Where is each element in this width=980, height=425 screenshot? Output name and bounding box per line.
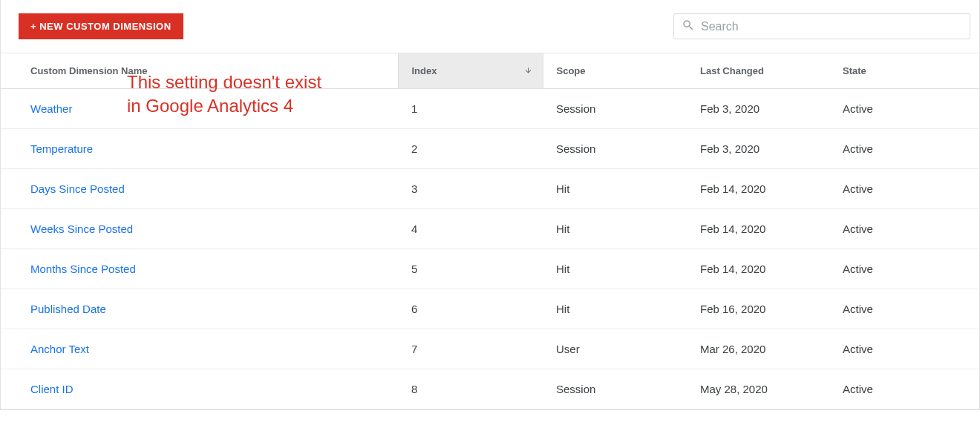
dimension-state: Active <box>840 169 979 209</box>
dimension-index: 7 <box>398 329 543 369</box>
dimension-scope: Hit <box>543 209 691 249</box>
column-header-state[interactable]: State <box>840 53 979 89</box>
dimension-state: Active <box>840 89 979 129</box>
table-row: Weeks Since Posted4HitFeb 14, 2020Active <box>1 209 979 249</box>
dimension-last-changed: Feb 3, 2020 <box>691 89 840 129</box>
dimension-name-link[interactable]: Months Since Posted <box>30 263 136 275</box>
table-row: Published Date6HitFeb 16, 2020Active <box>1 289 979 329</box>
dimension-state: Active <box>840 249 979 289</box>
search-input[interactable] <box>701 20 962 33</box>
column-header-index[interactable]: Index <box>398 53 543 89</box>
table-row: Weather1SessionFeb 3, 2020Active <box>1 89 979 129</box>
dimension-index: 4 <box>398 209 543 249</box>
dimension-last-changed: Feb 14, 2020 <box>691 169 840 209</box>
dimension-state: Active <box>840 209 979 249</box>
dimension-name-link[interactable]: Published Date <box>30 303 106 315</box>
sort-descending-icon <box>524 65 532 76</box>
table-row: Temperature2SessionFeb 3, 2020Active <box>1 129 979 169</box>
dimension-scope: Session <box>543 369 691 409</box>
search-field[interactable] <box>673 13 970 39</box>
dimension-index: 6 <box>398 289 543 329</box>
custom-dimensions-panel: + NEW CUSTOM DIMENSION Custom Dimension … <box>0 0 980 410</box>
dimension-scope: User <box>543 329 691 369</box>
dimension-name-link[interactable]: Anchor Text <box>30 343 89 355</box>
column-header-scope[interactable]: Scope <box>543 53 691 89</box>
dimension-state: Active <box>840 129 979 169</box>
dimension-last-changed: Feb 14, 2020 <box>691 209 840 249</box>
table-row: Anchor Text7UserMar 26, 2020Active <box>1 329 979 369</box>
dimension-scope: Session <box>543 89 691 129</box>
toolbar: + NEW CUSTOM DIMENSION <box>1 0 979 53</box>
table-row: Client ID8SessionMay 28, 2020Active <box>1 369 979 409</box>
dimension-last-changed: May 28, 2020 <box>691 369 840 409</box>
dimension-index: 8 <box>398 369 543 409</box>
dimension-last-changed: Feb 3, 2020 <box>691 129 840 169</box>
column-header-last-changed[interactable]: Last Changed <box>691 53 840 89</box>
column-header-name[interactable]: Custom Dimension Name <box>1 53 398 89</box>
dimension-name-link[interactable]: Days Since Posted <box>30 182 125 195</box>
dimension-name-link[interactable]: Temperature <box>30 142 93 155</box>
dimension-index: 3 <box>398 169 543 209</box>
table-row: Days Since Posted3HitFeb 14, 2020Active <box>1 169 979 209</box>
dimension-state: Active <box>840 369 979 409</box>
custom-dimensions-table: Custom Dimension Name Index Scope Last C… <box>1 53 979 409</box>
dimension-scope: Session <box>543 129 691 169</box>
dimension-name-link[interactable]: Weather <box>30 102 72 115</box>
column-header-index-label: Index <box>412 65 437 76</box>
dimension-last-changed: Feb 16, 2020 <box>691 289 840 329</box>
dimension-state: Active <box>840 329 979 369</box>
dimension-index: 2 <box>398 129 543 169</box>
search-icon <box>682 19 701 34</box>
dimension-last-changed: Feb 14, 2020 <box>691 249 840 289</box>
new-custom-dimension-button[interactable]: + NEW CUSTOM DIMENSION <box>19 13 183 39</box>
dimension-scope: Hit <box>543 169 691 209</box>
dimension-index: 5 <box>398 249 543 289</box>
dimension-scope: Hit <box>543 249 691 289</box>
dimension-state: Active <box>840 289 979 329</box>
dimension-name-link[interactable]: Client ID <box>30 383 74 395</box>
dimension-last-changed: Mar 26, 2020 <box>691 329 840 369</box>
dimension-scope: Hit <box>543 289 691 329</box>
dimension-name-link[interactable]: Weeks Since Posted <box>30 223 133 235</box>
dimension-index: 1 <box>398 89 543 129</box>
table-row: Months Since Posted5HitFeb 14, 2020Activ… <box>1 249 979 289</box>
